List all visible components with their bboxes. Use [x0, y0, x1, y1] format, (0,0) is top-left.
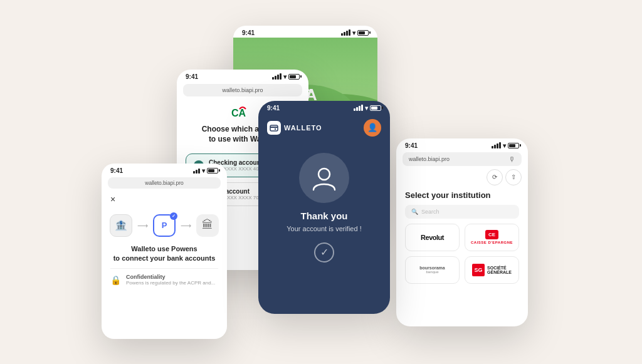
walleto-header: WALLETO 👤: [258, 113, 390, 140]
walleto-status: 9:41 ▾: [258, 101, 390, 113]
account-time: 9:41: [186, 73, 198, 80]
wifi-icon4: ▾: [202, 167, 205, 174]
account-url-text: walleto.biapi.pro: [222, 87, 263, 93]
powens-time: 9:41: [110, 167, 123, 174]
signal-bars-icon5: [492, 142, 501, 148]
battery-icon: [357, 30, 369, 36]
svg-rect-10: [270, 127, 278, 128]
close-icon: ×: [110, 194, 115, 204]
sg-label: SOCIÉTÉGÉNÉRALE: [487, 266, 512, 274]
powens-url-bar[interactable]: walleto.biapi.pro: [108, 177, 221, 189]
institution-time: 9:41: [405, 142, 418, 149]
powens-title-line2: to connect your bank accounts: [113, 254, 216, 262]
sg-logo: SG SOCIÉTÉGÉNÉRALE: [472, 264, 512, 276]
svg-rect-9: [270, 125, 278, 131]
ca-landscape-status-icons: ▾: [341, 29, 369, 36]
account-status-icons: ▾: [272, 73, 300, 80]
walleto-logo: WALLETO: [267, 121, 322, 135]
ce-logo: CE CAISSE D'EPARGNE: [471, 230, 513, 244]
walleto-name: WALLETO: [284, 124, 322, 132]
powens-confidentiality: 🔒 Confidentiality Powens is regulated by…: [102, 274, 227, 286]
walleto-thank-you: Thank you: [300, 211, 347, 221]
svg-text:CA: CA: [231, 108, 246, 118]
mic-icon: 🎙: [508, 155, 515, 163]
boursorama-label: boursorama: [419, 266, 445, 270]
battery-icon3: [370, 105, 381, 111]
institution-status-icons: ▾: [492, 142, 519, 149]
institution-search-placeholder: Search: [421, 209, 439, 215]
boursorama-card[interactable]: boursorama banque: [405, 256, 460, 284]
powens-close-button[interactable]: ×: [102, 190, 227, 208]
phone-powens: 9:41 ▾ walleto.biapi.pro × 🏦 ⟶: [102, 164, 227, 339]
toolbar-btn1[interactable]: ⟳: [487, 169, 503, 185]
signal-bars-icon: [341, 29, 350, 36]
walleto-time: 9:41: [267, 105, 280, 112]
powens-divider: [110, 268, 218, 269]
flow-wallet-icon: 🏦: [110, 214, 132, 237]
signal-bars-icon3: [354, 105, 363, 111]
phone-institution: 9:41 ▾ walleto.biapi.pro 🎙 ⟳: [396, 138, 528, 326]
svg-point-12: [318, 169, 330, 180]
wifi-icon2: ▾: [283, 73, 287, 80]
institution-search-bar[interactable]: 🔍 Search: [405, 205, 519, 219]
flow-powens-badge: ✓: [170, 212, 177, 220]
battery-icon5: [508, 143, 519, 148]
toolbar-btn2[interactable]: ⇧: [505, 169, 522, 185]
institution-toolbar: ⟳ ⇧: [396, 168, 528, 187]
revolut-card[interactable]: Revolut: [405, 224, 460, 251]
lock-icon: 🔒: [110, 275, 121, 285]
sg-card[interactable]: SG SOCIÉTÉGÉNÉRALE: [465, 256, 519, 284]
flow-bank-icon: 🏛: [196, 214, 219, 237]
flow-arrow1-icon: ⟶: [137, 221, 148, 230]
walleto-verified-subtitle: Your account is verified !: [287, 225, 361, 232]
ca-landscape-time: 9:41: [242, 29, 255, 36]
ca-landscape-status: 9:41 ▾: [233, 26, 377, 38]
walleto-verified-content: Thank you Your account is verified ! ✓: [258, 140, 390, 269]
scene: 9:41 ▾: [51, 13, 591, 351]
boursorama-logo: boursorama banque: [419, 266, 445, 274]
signal-bars-icon2: [272, 73, 282, 80]
flow-arrow2-icon: ⟶: [181, 221, 191, 230]
confidentiality-sub: Powens is regulated by the ACPR and...: [126, 280, 215, 286]
verified-circle: [299, 153, 349, 203]
powens-title-line1: Walleto use Powens: [131, 245, 197, 252]
wifi-icon: ▾: [352, 29, 355, 36]
sg-red-block: SG: [472, 264, 485, 276]
battery-icon2: [288, 74, 300, 80]
search-icon: 🔍: [411, 209, 418, 215]
institution-title: Select your institution: [396, 187, 528, 205]
institution-status: 9:41 ▾: [396, 138, 528, 150]
toolbar-icons: ⟳ ⇧: [487, 169, 522, 185]
confidentiality-label: Confidentiality: [126, 274, 215, 280]
confidentiality-info: Confidentiality Powens is regulated by t…: [126, 274, 215, 286]
powens-flow: 🏦 ⟶ P ✓ ⟶ 🏛: [102, 208, 227, 243]
walleto-avatar: 👤: [364, 119, 381, 137]
institution-url-text: walleto.biapi.pro: [409, 156, 506, 162]
boursorama-sub: banque: [426, 270, 438, 274]
walleto-verified-check-icon: ✓: [314, 242, 334, 263]
wifi-icon5: ▾: [503, 142, 506, 149]
walleto-icon-box: [267, 121, 281, 135]
battery-icon4: [207, 168, 218, 174]
powens-title: Walleto use Powens to connect your bank …: [102, 243, 227, 269]
flow-powens-box: P ✓: [153, 214, 176, 237]
walleto-status-icons: ▾: [354, 105, 381, 112]
ce-label: CAISSE D'EPARGNE: [471, 241, 513, 244]
powens-status: 9:41 ▾: [102, 164, 227, 175]
institution-grid: Revolut CE CAISSE D'EPARGNE boursorama b…: [396, 224, 528, 284]
svg-point-11: [275, 128, 276, 129]
wifi-icon3: ▾: [365, 105, 368, 112]
account-status: 9:41 ▾: [177, 70, 308, 81]
powens-url-text: walleto.biapi.pro: [145, 180, 183, 186]
signal-bars-icon4: [193, 167, 200, 174]
institution-url-bar[interactable]: walleto.biapi.pro 🎙: [403, 152, 522, 166]
account-url-bar[interactable]: walleto.biapi.pro: [183, 84, 302, 96]
ce-red-box: CE: [485, 230, 498, 239]
powens-status-icons: ▾: [193, 167, 218, 174]
revolut-label: Revolut: [421, 234, 444, 241]
ce-card[interactable]: CE CAISSE D'EPARGNE: [465, 224, 519, 251]
phone-walleto: 9:41 ▾: [258, 101, 390, 314]
revolut-logo: Revolut: [421, 234, 444, 241]
